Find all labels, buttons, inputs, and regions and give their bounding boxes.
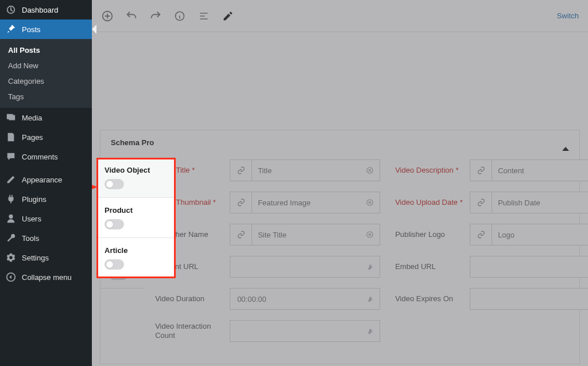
link-icon [470,192,492,213]
input-embed-url[interactable] [470,256,588,278]
toggle-product[interactable] [109,229,128,240]
field-publisher-logo: Publisher Logo [395,224,588,246]
sidebar-item-label: Users [22,215,41,223]
field-video-interaction-count: Video Interaction Count [155,320,380,342]
field-embed-url: Embed URL [395,256,588,278]
sidebar-item-comments[interactable]: Comments [0,147,92,166]
outline-button[interactable] [198,10,210,22]
sidebar-item-plugins[interactable]: Plugins [0,189,92,209]
field-content-url: Content URL [155,256,380,278]
admin-sidebar: Dashboard Posts All Posts Add New Catego… [0,0,92,366]
sidebar-subitem-tags[interactable]: Tags [0,89,92,104]
sidebar-item-label: Media [22,114,42,122]
schema-tabs: Video Object Product Article [100,159,145,352]
editor-toolbar: Switch [92,0,588,32]
sidebar-item-label: Appearance [22,176,62,184]
schema-tab-article[interactable]: Article [100,248,145,289]
field-video-title: Video Title * [155,159,380,181]
clear-icon[interactable] [360,224,380,245]
media-icon [6,112,17,123]
input-video-thumbnail[interactable] [230,192,380,213]
input-publisher-logo[interactable] [470,224,588,246]
field-video-duration: Video Duration [155,288,380,310]
add-block-button[interactable] [101,10,114,22]
sidebar-item-appearance[interactable]: Appearance [0,170,92,189]
settings-icon [6,252,17,263]
link-icon [470,224,492,245]
field-video-upload-date: Video Upload Date * [395,192,588,213]
field-video-expires-on: Video Expires On [395,288,588,310]
input-video-expires-on[interactable] [470,288,588,310]
schema-tab-product[interactable]: Product [100,208,145,248]
sidebar-item-settings[interactable]: Settings [0,248,92,267]
plugins-icon [6,194,17,204]
sidebar-item-media[interactable]: Media [0,108,92,127]
input-video-interaction-count[interactable] [230,320,380,342]
pages-icon [6,132,17,142]
wrench-icon[interactable] [360,256,380,277]
clear-icon[interactable] [360,192,380,213]
sidebar-item-label: Posts [22,25,41,34]
chevron-up-icon [562,138,569,147]
editor-content: Schema Pro Video Object Product Article [92,32,588,366]
sidebar-item-label: Collapse menu [22,273,72,282]
info-button[interactable] [173,10,186,22]
schema-pro-panel: Schema Pro Video Object Product Article [100,130,580,364]
sidebar-item-label: Tools [22,234,39,243]
sidebar-item-label: Dashboard [22,6,59,14]
wrench-icon[interactable] [360,321,380,341]
sidebar-item-dashboard[interactable]: Dashboard [0,0,92,20]
undo-button[interactable] [125,10,138,22]
input-video-description[interactable] [470,159,588,181]
sidebar-item-label: Settings [22,254,49,262]
input-publisher-name[interactable] [230,224,380,246]
link-icon [230,192,252,213]
sidebar-item-pages[interactable]: Pages [0,127,92,147]
field-video-thumbnail: Video Thumbnail * [155,192,380,213]
sidebar-subitem-categories[interactable]: Categories [0,73,92,89]
collapse-icon [6,272,17,282]
appearance-icon [6,174,17,185]
sidebar-item-tools[interactable]: Tools [0,228,92,248]
sidebar-subitem-add-new[interactable]: Add New [0,58,92,73]
sidebar-subitem-all-posts[interactable]: All Posts [0,42,92,58]
edit-button[interactable] [222,10,234,22]
field-video-description: Video Description * [395,159,588,181]
comments-icon [6,151,17,162]
schema-tab-video-object[interactable]: Video Object [100,159,145,208]
link-icon [230,160,252,181]
sidebar-item-users[interactable]: Users [0,209,92,228]
input-video-upload-date[interactable] [470,192,588,213]
input-video-title[interactable] [230,159,380,181]
sidebar-item-collapse[interactable]: Collapse menu [0,267,92,287]
schema-pro-panel-header[interactable]: Schema Pro [100,130,579,155]
redo-button[interactable] [149,10,162,22]
sidebar-item-label: Pages [22,133,43,142]
toggle-article[interactable] [109,270,128,280]
editor-main: Switch Schema Pro Video Object Product [92,0,588,366]
panel-title: Schema Pro [111,138,154,147]
schema-fields: Video Title * Video Description * [145,159,588,352]
link-icon [230,224,252,245]
toggle-video-object[interactable] [109,189,128,200]
switch-link[interactable]: Switch [557,11,579,20]
sidebar-submenu-posts: All Posts Add New Categories Tags [0,39,92,108]
sidebar-item-posts[interactable]: Posts [0,20,92,39]
sidebar-item-label: Comments [22,153,58,161]
wrench-icon[interactable] [360,289,380,309]
pin-icon [6,24,17,34]
dashboard-icon [6,5,17,15]
clear-icon[interactable] [360,160,380,181]
link-icon [470,160,492,181]
tools-icon [6,233,17,243]
field-publisher-name: Publisher Name [155,224,380,246]
sidebar-item-label: Plugins [22,195,47,204]
input-video-duration[interactable] [230,288,380,310]
input-content-url[interactable] [230,256,380,278]
users-icon [6,213,17,224]
